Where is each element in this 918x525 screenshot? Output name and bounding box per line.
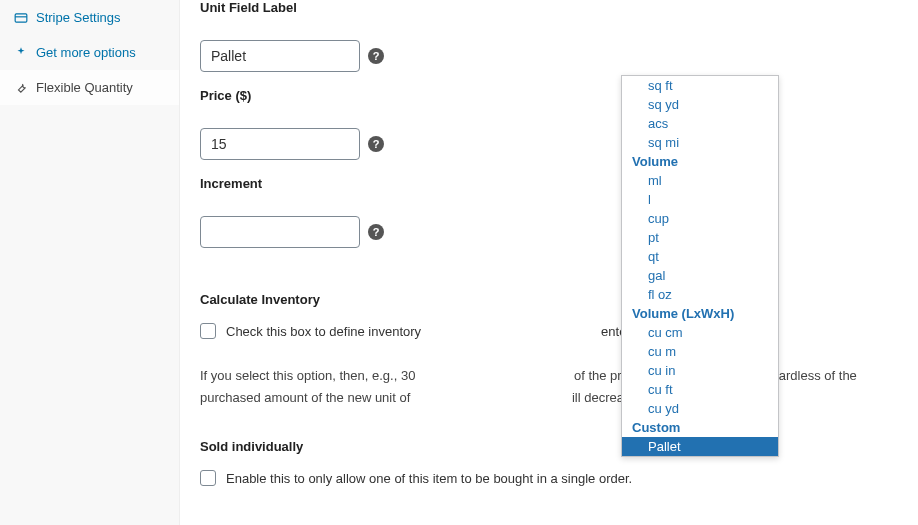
dropdown-option[interactable]: Pallet — [622, 437, 778, 456]
dropdown-option[interactable]: qt — [622, 247, 778, 266]
dropdown-option[interactable]: sq ft — [622, 76, 778, 95]
dropdown-group: Volume — [622, 152, 778, 171]
sold-individually-title: Sold individually — [200, 439, 918, 454]
field-increment: Increment ? — [200, 176, 918, 248]
sidebar: Stripe Settings Get more options Flexibl… — [0, 0, 180, 525]
calculate-inventory-para: If you select this option, then, e.g., 3… — [200, 365, 918, 409]
sold-individually-checkbox[interactable] — [200, 470, 216, 486]
sparkle-icon — [14, 46, 28, 60]
dropdown-option[interactable]: cu yd — [622, 399, 778, 418]
label-unit-field: Unit Field Label — [200, 0, 918, 15]
sidebar-item-label: Stripe Settings — [36, 10, 121, 25]
dropdown-option[interactable]: acs — [622, 114, 778, 133]
dropdown-option[interactable]: sq mi — [622, 133, 778, 152]
sidebar-item-label: Get more options — [36, 45, 136, 60]
increment-input[interactable] — [200, 216, 360, 248]
dropdown-option[interactable]: gal — [622, 266, 778, 285]
sidebar-item-label: Flexible Quantity — [36, 80, 133, 95]
dropdown-option[interactable]: sq yd — [622, 95, 778, 114]
label-increment: Increment — [200, 176, 918, 191]
dropdown-option[interactable]: cu cm — [622, 323, 778, 342]
dropdown-option[interactable]: ml — [622, 171, 778, 190]
dropdown-option[interactable]: cup — [622, 209, 778, 228]
sidebar-item-flexible-quantity[interactable]: Flexible Quantity — [0, 70, 179, 105]
help-icon[interactable]: ? — [368, 136, 384, 152]
label-price: Price ($) — [200, 88, 918, 103]
dropdown-group: Volume (LxWxH) — [622, 304, 778, 323]
card-icon — [14, 11, 28, 25]
unit-of-measure-dropdown[interactable]: sq ftsq ydacssq miVolumemllcupptqtgalfl … — [621, 75, 779, 457]
calculate-inventory-title: Calculate Inventory — [200, 292, 918, 307]
col-left: Unit Field Label ? Price ($) ? Increment… — [200, 0, 918, 505]
dropdown-option[interactable]: cu ft — [622, 380, 778, 399]
dropdown-group: Custom — [622, 418, 778, 437]
field-unit-label: Unit Field Label ? — [200, 0, 918, 72]
main-panel: Unit Field Label ? Price ($) ? Increment… — [180, 0, 918, 525]
unit-field-label-input[interactable] — [200, 40, 360, 72]
wrench-icon — [14, 81, 28, 95]
sold-individually-text: Enable this to only allow one of this it… — [226, 471, 632, 486]
help-icon[interactable]: ? — [368, 224, 384, 240]
price-input[interactable] — [200, 128, 360, 160]
svg-rect-0 — [15, 13, 27, 21]
section-calculate-inventory: Calculate Inventory Check this box to de… — [200, 292, 918, 409]
dropdown-option[interactable]: pt — [622, 228, 778, 247]
help-icon[interactable]: ? — [368, 48, 384, 64]
field-price: Price ($) ? — [200, 88, 918, 160]
dropdown-option[interactable]: cu in — [622, 361, 778, 380]
sidebar-item-stripe[interactable]: Stripe Settings — [0, 0, 179, 35]
section-sold-individually: Sold individually Enable this to only al… — [200, 439, 918, 486]
sidebar-item-more-options[interactable]: Get more options — [0, 35, 179, 70]
dropdown-option[interactable]: l — [622, 190, 778, 209]
dropdown-option[interactable]: cu m — [622, 342, 778, 361]
calculate-inventory-checkbox[interactable] — [200, 323, 216, 339]
dropdown-option[interactable]: fl oz — [622, 285, 778, 304]
